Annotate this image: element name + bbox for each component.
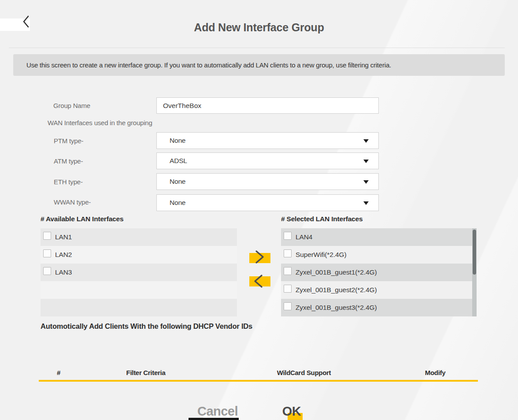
scrollbar-track[interactable] xyxy=(472,228,477,316)
atm-type-select[interactable]: ADSL xyxy=(156,152,379,169)
list-item: SuperWifi(*2.4G) xyxy=(281,246,472,264)
selected-lan-list: LAN4 SuperWifi(*2.4G) Zyxel_001B_guest1(… xyxy=(281,228,477,316)
lan3-checkbox[interactable] xyxy=(43,267,51,275)
list-item-label: LAN2 xyxy=(55,246,72,264)
table-header-number: # xyxy=(57,369,60,376)
atm-type-label: ATM type- xyxy=(54,157,83,165)
lan1-checkbox[interactable] xyxy=(43,232,51,240)
list-item-label: LAN3 xyxy=(55,264,72,281)
dhcp-vendor-label: Automotically Add Clients With the follo… xyxy=(41,322,252,331)
superwifi-checkbox[interactable] xyxy=(284,249,292,257)
list-item-label: LAN1 xyxy=(55,228,72,246)
ok-button[interactable]: OK xyxy=(282,404,301,419)
table-header-modify: Modify xyxy=(425,369,446,376)
cancel-button[interactable]: Cancel xyxy=(197,404,238,419)
caret-down-icon xyxy=(363,160,369,163)
wan-section-label: WAN Interfaces used in the grouping xyxy=(48,119,152,126)
empty-list-row xyxy=(41,281,237,299)
list-item: LAN1 xyxy=(41,228,237,246)
eth-type-value: None xyxy=(170,174,185,190)
wwan-type-value: None xyxy=(170,195,185,211)
table-header-filter-criteria: Filter Criteria xyxy=(126,369,166,376)
ptm-type-value: None xyxy=(170,133,185,149)
guest1-checkbox[interactable] xyxy=(284,267,292,275)
atm-type-value: ADSL xyxy=(170,153,187,169)
add-interface-group-screen: Add New Interface Group Use this screen … xyxy=(0,0,518,420)
table-header-wildcard-support: WildCard Support xyxy=(277,369,331,376)
caret-down-icon xyxy=(363,139,369,143)
page-title: Add New Interface Group xyxy=(0,21,518,34)
list-item: LAN2 xyxy=(41,246,237,264)
list-item: Zyxel_001B_guest2(*2.4G) xyxy=(281,281,472,299)
list-item: Zyxel_001B_guest1(*2.4G) xyxy=(281,264,472,281)
ptm-type-select[interactable]: None xyxy=(156,132,379,149)
list-item: LAN4 xyxy=(281,228,472,246)
empty-list-row xyxy=(41,299,237,316)
ptm-type-label: PTM type- xyxy=(54,137,83,145)
list-item-label: Zyxel_001B_guest1(*2.4G) xyxy=(296,264,377,281)
list-item-label: SuperWifi(*2.4G) xyxy=(296,246,347,264)
available-list-header: # Available LAN Interfaces xyxy=(41,215,123,223)
move-left-button[interactable] xyxy=(249,276,270,286)
list-item: Zyxel_001B_guest3(*2.4G) xyxy=(281,299,472,316)
list-item-label: LAN4 xyxy=(296,228,312,246)
guest2-checkbox[interactable] xyxy=(284,285,292,293)
info-banner: Use this screen to create a new interfac… xyxy=(13,54,505,76)
scrollbar-thumb[interactable] xyxy=(473,230,476,275)
move-right-button[interactable] xyxy=(249,253,270,263)
table-header-underline xyxy=(39,380,478,382)
caret-down-icon xyxy=(363,180,369,184)
lan4-checkbox[interactable] xyxy=(284,232,292,240)
eth-type-select[interactable]: None xyxy=(156,173,379,190)
header-divider xyxy=(9,48,505,48)
wwan-type-label: WWAN type- xyxy=(54,198,91,206)
group-name-label: Group Name xyxy=(53,102,90,109)
caret-down-icon xyxy=(363,201,369,205)
lan2-checkbox[interactable] xyxy=(43,249,51,257)
list-item-label: Zyxel_001B_guest3(*2.4G) xyxy=(296,299,377,316)
selected-list-header: # Selected LAN Interfaces xyxy=(281,215,363,223)
eth-type-label: ETH type- xyxy=(54,178,83,186)
group-name-input[interactable] xyxy=(156,97,379,114)
available-lan-list: LAN1 LAN2 LAN3 xyxy=(41,228,237,316)
wwan-type-select[interactable]: None xyxy=(156,194,379,211)
list-item-label: Zyxel_001B_guest2(*2.4G) xyxy=(296,281,377,299)
list-item: LAN3 xyxy=(41,264,237,281)
guest3-checkbox[interactable] xyxy=(284,302,292,310)
